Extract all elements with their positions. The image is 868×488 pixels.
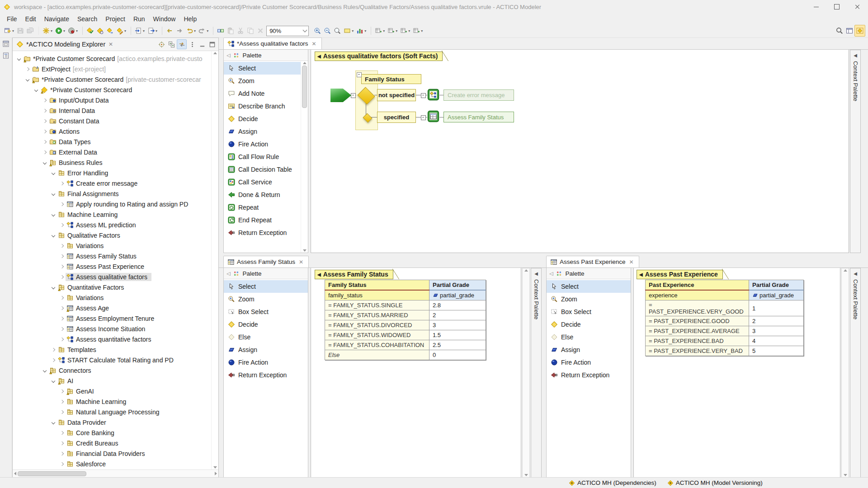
- tree-item[interactable]: START Calculate Total Rating and PD: [13, 355, 211, 365]
- toolbar-button[interactable]: ▾: [184, 25, 197, 36]
- tree-expander[interactable]: [50, 192, 57, 195]
- close-icon[interactable]: ✕: [297, 259, 305, 265]
- tree-item[interactable]: Assess Income Situation: [13, 324, 211, 334]
- condition-cell[interactable]: = FAMILY_STATUS.MARRIED: [325, 310, 429, 320]
- palette-item[interactable]: Return Exception: [224, 226, 301, 239]
- tree-item[interactable]: *Private Customer Scorecard: [13, 84, 211, 95]
- menu-item[interactable]: Window: [149, 14, 180, 23]
- palette-collapse-icon[interactable]: ◁: [226, 271, 230, 277]
- condition-cell[interactable]: Else: [325, 350, 429, 360]
- toolbar-button[interactable]: ▾: [835, 25, 844, 36]
- palette-item[interactable]: Decide: [224, 318, 308, 331]
- tree-item[interactable]: Connectors: [13, 365, 211, 375]
- palette-scrollbar[interactable]: [301, 61, 308, 253]
- view-toolbar-button[interactable]: [157, 40, 166, 49]
- branch-label[interactable]: not specified: [377, 89, 416, 101]
- tab-assess-family-status[interactable]: Assess Family Status ✕: [223, 256, 309, 267]
- result-descriptor[interactable]: partial_grade: [749, 290, 804, 300]
- grade-cell[interactable]: 2: [429, 310, 486, 320]
- toolbar-button[interactable]: ▾: [25, 25, 35, 36]
- palette-item[interactable]: Return Exception: [547, 369, 631, 381]
- palette-item[interactable]: Decide: [547, 318, 631, 331]
- tree-expander[interactable]: [58, 463, 66, 465]
- tree-expander[interactable]: [58, 317, 66, 320]
- start-node-icon[interactable]: [330, 89, 351, 102]
- table-row[interactable]: = PAST_EXPERIENCE.AVERAGE 3: [646, 326, 804, 336]
- tree-item[interactable]: Quantitative Factors: [13, 282, 211, 292]
- palette-item[interactable]: Assign: [224, 125, 301, 138]
- palette-item[interactable]: Zoom: [547, 293, 631, 305]
- tree-item[interactable]: GenAI: [13, 386, 211, 396]
- column-header[interactable]: Past Experience: [646, 280, 749, 291]
- condition-cell[interactable]: = FAMILY_STATUS.COHABITATION: [325, 340, 429, 350]
- toolbar-button[interactable]: ▾: [226, 25, 236, 36]
- tree-expander[interactable]: [58, 432, 66, 434]
- tree-expander[interactable]: [58, 338, 66, 341]
- grade-cell[interactable]: 4: [749, 336, 804, 346]
- toolbar-button[interactable]: ▾: [146, 25, 159, 36]
- tree-item[interactable]: c Constant Data: [13, 116, 211, 126]
- tree-item[interactable]: Financial Data Providers: [13, 448, 211, 459]
- toolbar-button[interactable]: ▾: [15, 25, 25, 36]
- tree-expander[interactable]: [58, 442, 66, 445]
- condition-cell[interactable]: = FAMILY_STATUS.WIDOWED: [325, 330, 429, 340]
- condition-cell[interactable]: = FAMILY_STATUS.SINGLE: [325, 300, 429, 310]
- toolbar-button[interactable]: ▾: [399, 25, 411, 36]
- palette-item[interactable]: Assign: [547, 343, 631, 356]
- tree-expander[interactable]: [33, 89, 40, 91]
- palette-collapse-icon[interactable]: ◁: [226, 52, 230, 58]
- outline-view-icon[interactable]: [2, 52, 9, 59]
- palette-item[interactable]: Call Flow Rule: [224, 150, 301, 163]
- table-row[interactable]: = PAST_EXPERIENCE.VERY_GOOD 1: [646, 300, 804, 316]
- tree-item[interactable]: Machine Learning: [13, 209, 211, 220]
- tree-item[interactable]: Machine Learning: [13, 396, 211, 407]
- status-bar-item[interactable]: ACTICO MH (Model Versioning): [667, 479, 763, 486]
- table-row[interactable]: = FAMILY_STATUS.WIDOWED 1.5: [325, 330, 486, 340]
- grade-cell[interactable]: 2: [749, 316, 804, 326]
- toolbar-button[interactable]: ▾: [386, 25, 399, 36]
- tree-item[interactable]: Variations: [13, 292, 211, 303]
- menu-item[interactable]: Help: [179, 14, 201, 23]
- tree-item[interactable]: Error Handling: [13, 168, 211, 178]
- result-descriptor[interactable]: partial_grade: [429, 290, 486, 300]
- toolbar-button[interactable]: ▾: [216, 25, 226, 36]
- condition-cell[interactable]: = PAST_EXPERIENCE.VERY_GOOD: [646, 300, 749, 316]
- restore-views-icon[interactable]: [2, 40, 9, 47]
- column-header[interactable]: Partial Grade: [749, 280, 804, 291]
- tree-expander[interactable]: [58, 255, 66, 258]
- toolbar-button[interactable]: ▾: [373, 25, 386, 36]
- tree-item[interactable]: Assess quantitative factors: [13, 334, 211, 344]
- tree-expander[interactable]: [50, 286, 57, 289]
- toolbar-button[interactable]: ▾: [66, 25, 79, 36]
- view-toolbar-button[interactable]: [198, 40, 207, 49]
- toolbar-button[interactable]: ▾: [312, 25, 322, 36]
- connector-handle[interactable]: [421, 93, 426, 98]
- palette-item[interactable]: Else: [224, 331, 308, 343]
- collapse-group-icon[interactable]: [357, 72, 362, 77]
- condition-descriptor[interactable]: family_status: [325, 290, 429, 300]
- toolbar-button[interactable]: ▾: [41, 25, 54, 36]
- past-experience-decision-table[interactable]: Past Experience Partial Grade experience…: [645, 280, 804, 356]
- tree-expander[interactable]: [41, 109, 48, 112]
- condition-cell[interactable]: = PAST_EXPERIENCE.AVERAGE: [646, 326, 749, 336]
- tree-item[interactable]: Assess Past Experience: [13, 261, 211, 272]
- tree-expander[interactable]: [24, 78, 31, 81]
- tree-item[interactable]: Assess qualitative factors: [13, 272, 211, 282]
- toolbar-button[interactable]: ▾: [54, 25, 66, 36]
- view-toolbar-button[interactable]: [208, 40, 217, 49]
- canvas-vertical-scrollbar[interactable]: [841, 268, 849, 478]
- flow-target-assess-family-status[interactable]: Assess Family Status: [443, 112, 514, 122]
- palette-item[interactable]: Select: [224, 280, 308, 293]
- menu-item[interactable]: Search: [73, 14, 101, 23]
- tree-expander[interactable]: [41, 130, 48, 133]
- table-row[interactable]: = PAST_EXPERIENCE.BAD 4: [646, 336, 804, 346]
- tree-item[interactable]: Input/Output Data: [13, 95, 211, 105]
- tree-expander[interactable]: [41, 141, 48, 143]
- menu-item[interactable]: Edit: [21, 14, 40, 23]
- scrollbar-thumb[interactable]: [302, 66, 307, 108]
- menu-item[interactable]: Navigate: [40, 14, 73, 23]
- palette-item[interactable]: Else: [547, 331, 631, 343]
- expand-strip-icon[interactable]: ◀: [854, 271, 857, 276]
- family-status-decision-table[interactable]: Family Status Partial Grade family_statu…: [325, 280, 486, 360]
- condition-cell[interactable]: = FAMILY_STATUS.DIVORCED: [325, 320, 429, 330]
